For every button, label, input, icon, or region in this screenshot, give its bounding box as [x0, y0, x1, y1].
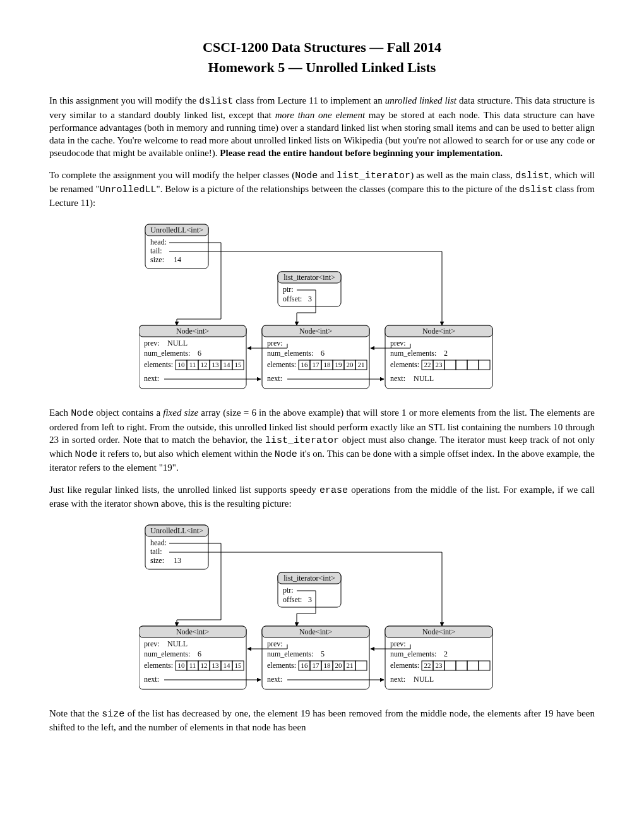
svg-text:23: 23: [436, 361, 443, 368]
svg-text:Node<int>: Node<int>: [176, 327, 209, 335]
svg-text:6: 6: [198, 650, 201, 658]
svg-rect-135: [355, 661, 367, 670]
code-node: Node: [71, 408, 93, 419]
head-label: head:: [150, 538, 167, 547]
svg-text:2: 2: [444, 349, 448, 358]
svg-text:20: 20: [335, 662, 343, 669]
svg-text:11: 11: [189, 662, 196, 669]
svg-text:Node<int>: Node<int>: [299, 327, 332, 335]
code-dslist: dslist: [515, 171, 549, 181]
svg-text:Node<int>: Node<int>: [299, 627, 332, 636]
svg-text:next:: next:: [390, 675, 405, 684]
svg-text:prev:: prev:: [144, 639, 160, 648]
svg-text:6: 6: [321, 349, 325, 358]
svg-rect-75: [479, 360, 490, 370]
svg-text:prev:: prev:: [390, 639, 406, 648]
svg-text:elements:: elements:: [144, 360, 173, 369]
code-size: size: [102, 709, 124, 720]
svg-text:elements:: elements:: [390, 661, 419, 670]
bold-please-read: Please read the entire handout before be…: [220, 148, 503, 158]
head-label: head:: [150, 238, 167, 246]
page-title: CSCI-1200 Data Structures — Fall 2014: [49, 38, 595, 57]
figure-1: UnrolledLL<int> head: tail: size: 14 lis…: [49, 218, 595, 395]
svg-text:18: 18: [324, 662, 331, 669]
unrolledll-label: UnrolledLL<int>: [150, 526, 203, 535]
svg-text:num_elements:: num_elements:: [144, 349, 190, 358]
svg-text:elements:: elements:: [390, 360, 419, 369]
text: object contains a: [93, 408, 163, 418]
svg-text:16: 16: [301, 361, 309, 368]
svg-text:20: 20: [347, 361, 354, 368]
svg-text:18: 18: [324, 361, 331, 368]
svg-text:next:: next:: [267, 374, 282, 383]
svg-text:Node<int>: Node<int>: [422, 327, 455, 335]
svg-text:15: 15: [235, 361, 242, 368]
size-label: size:: [150, 556, 164, 565]
code-node: Node: [295, 171, 318, 181]
svg-text:num_elements:: num_elements:: [267, 650, 313, 658]
text: ) as well as the main class,: [410, 170, 515, 180]
svg-text:Node<int>: Node<int>: [422, 627, 455, 636]
text: Note that the: [49, 708, 102, 718]
svg-rect-73: [456, 360, 467, 370]
svg-text:NULL: NULL: [167, 639, 188, 648]
svg-text:2: 2: [444, 650, 448, 658]
offset-value: 3: [308, 595, 312, 604]
figure-2: UnrolledLL<int> head: tail: size: 13 lis…: [49, 519, 595, 696]
svg-text:NULL: NULL: [414, 675, 434, 684]
svg-text:22: 22: [424, 361, 431, 368]
offset-label: offset:: [283, 595, 302, 604]
offset-label: offset:: [283, 294, 302, 303]
paragraph-1: In this assignment you will modify the d…: [49, 94, 595, 159]
svg-text:num_elements:: num_elements:: [390, 349, 436, 358]
svg-text:19: 19: [335, 361, 343, 368]
svg-text:next:: next:: [144, 675, 159, 684]
svg-text:14: 14: [224, 662, 231, 669]
svg-text:16: 16: [301, 662, 309, 669]
code-node: Node: [275, 449, 297, 460]
text: class from Lecture 11 to implement an: [233, 95, 385, 106]
svg-text:NULL: NULL: [414, 374, 434, 383]
svg-text:next:: next:: [390, 374, 405, 383]
text: Each: [49, 408, 71, 418]
svg-text:prev:: prev:: [390, 339, 406, 348]
svg-text:10: 10: [178, 662, 186, 669]
page-subtitle: Homework 5 — Unrolled Linked Lists: [49, 58, 595, 77]
svg-text:num_elements:: num_elements:: [390, 650, 436, 658]
svg-rect-74: [467, 360, 479, 370]
tail-label: tail:: [150, 547, 162, 556]
text: of the list has decreased by one, the el…: [49, 708, 595, 732]
svg-text:12: 12: [201, 662, 208, 669]
svg-rect-152: [456, 661, 467, 670]
svg-text:Node<int>: Node<int>: [176, 627, 209, 636]
text: To complete the assignment you will modi…: [49, 170, 295, 180]
italic-more-than: more than one element: [275, 110, 365, 120]
text: and: [318, 170, 337, 180]
svg-text:elements:: elements:: [144, 661, 173, 670]
text: it refers to, but also which element wit…: [98, 449, 275, 459]
svg-rect-151: [444, 661, 456, 670]
ptr-label: ptr:: [283, 586, 294, 595]
code-dslist: dslist: [199, 96, 233, 107]
svg-text:next:: next:: [267, 675, 282, 684]
paragraph-4: Just like regular linked lists, the unro…: [49, 483, 595, 511]
svg-text:17: 17: [313, 662, 320, 669]
svg-text:elements:: elements:: [267, 661, 296, 670]
paragraph-2: To complete the assignment you will modi…: [49, 169, 595, 210]
svg-text:prev:: prev:: [144, 339, 160, 348]
text: In this assignment you will modify the: [49, 95, 199, 106]
svg-text:next:: next:: [144, 374, 159, 383]
svg-text:elements:: elements:: [267, 360, 296, 369]
tail-label: tail:: [150, 246, 162, 255]
ptr-label: ptr:: [283, 285, 294, 294]
svg-text:10: 10: [178, 361, 186, 368]
code-erase: erase: [319, 485, 348, 496]
svg-text:15: 15: [235, 662, 242, 669]
code-node: Node: [75, 449, 98, 460]
svg-rect-154: [479, 661, 490, 670]
svg-text:num_elements:: num_elements:: [267, 349, 313, 358]
text: Just like regular linked lists, the unro…: [49, 485, 319, 495]
svg-text:14: 14: [224, 361, 231, 368]
svg-text:NULL: NULL: [167, 339, 188, 348]
size-value: 14: [174, 255, 181, 264]
